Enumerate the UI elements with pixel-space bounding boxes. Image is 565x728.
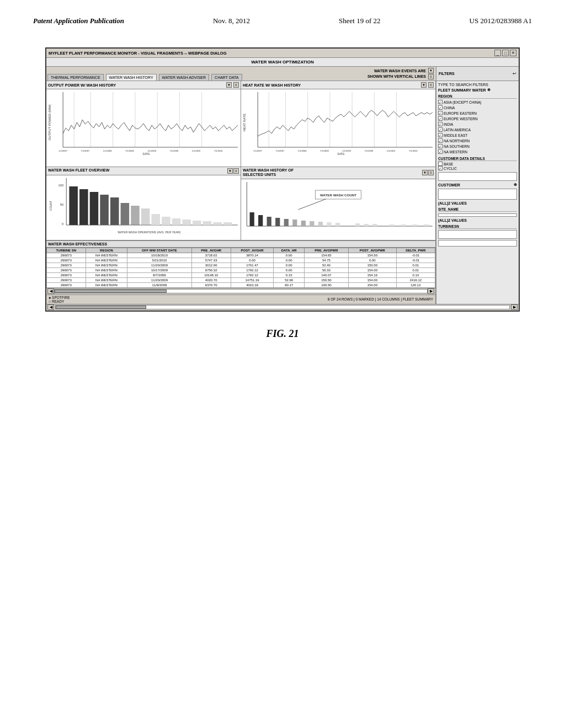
heat-ctrl-down[interactable]: ▼	[421, 82, 427, 88]
bottom-scroll-left[interactable]: ◀	[47, 304, 54, 310]
table-row[interactable]: 296073NA WESTERN10/18/20103718.023870.14…	[47, 253, 435, 258]
col-turbine-sn[interactable]: TURBINE SN	[47, 248, 86, 253]
filter-item-region[interactable]: NA SOUTHERN	[438, 143, 517, 149]
heat-ctrl-menu[interactable]: ≡	[428, 82, 434, 88]
effectiveness-header: WATER WASH EFFECTIVENESS	[46, 241, 435, 248]
region-checkbox[interactable]	[438, 105, 443, 110]
filter-item-region[interactable]: EUROPE WESTERN	[438, 116, 517, 121]
region-checkbox[interactable]	[438, 100, 443, 104]
scroll-thumb[interactable]	[55, 290, 167, 293]
region-label-text: EUROPE EASTERN	[444, 111, 477, 115]
filters-back-arrow[interactable]: ↩	[513, 71, 516, 76]
filter-item-region[interactable]: LATIN AMERICA	[438, 127, 517, 132]
scroll-left-btn[interactable]: ◀	[47, 288, 54, 294]
region-checkbox[interactable]	[438, 111, 443, 115]
region-checkbox[interactable]	[438, 144, 443, 148]
scroll-track[interactable]	[54, 289, 428, 293]
customer-box[interactable]	[438, 189, 517, 200]
table-cell: 4010.19	[231, 282, 274, 287]
col-region[interactable]: REGION	[86, 248, 127, 253]
table-cell: 140.07	[304, 272, 348, 277]
event-ctrl-bottom[interactable]: ≡	[428, 74, 434, 79]
fleet-summary-icon[interactable]: ⊕	[487, 88, 491, 92]
turbine-sn-box[interactable]	[438, 230, 517, 239]
close-button[interactable]: ✕	[510, 50, 516, 56]
fleet-ctrl-down[interactable]: ▼	[227, 168, 233, 174]
col-pre-avghr[interactable]: PRE_AVGHR	[191, 248, 231, 253]
table-cell: 0.00	[274, 263, 305, 267]
base-label: BASE	[444, 162, 453, 166]
filter-input-box[interactable]	[438, 172, 517, 181]
region-label-text: LATIN AMERICA	[444, 128, 471, 132]
region-checkbox[interactable]	[438, 122, 443, 126]
bottom-scroll-thumb[interactable]	[56, 306, 146, 309]
fleet-summary-item[interactable]: FLEET SUMMARY WATER ⊕	[438, 88, 517, 92]
filter-item-region[interactable]: NA NORTHERN	[438, 138, 517, 143]
region-checkbox[interactable]	[438, 116, 443, 121]
turbine-sn-box2[interactable]	[438, 240, 517, 247]
svg-rect-57	[203, 221, 212, 225]
filter-item-region[interactable]: CHINA	[438, 105, 517, 110]
table-row[interactable]: 296073NA WESTERN5/21/20105747.330.000.00…	[47, 258, 435, 263]
tab-chart-data[interactable]: CHART DATA	[211, 74, 242, 81]
base-item[interactable]: BASE	[438, 162, 517, 166]
table-row[interactable]: 296073NA WESTERN11/9/20096370.704010.196…	[47, 282, 435, 287]
region-checkbox[interactable]	[438, 138, 443, 143]
col-post-avgpwr[interactable]: POST_AVGPWR	[348, 248, 396, 253]
table-cell: 154.00	[348, 282, 396, 287]
svg-rect-74	[318, 222, 323, 226]
col-delta-pwr[interactable]: DELTA_PWR	[396, 248, 435, 253]
region-checkbox[interactable]	[438, 149, 443, 154]
svg-line-65	[299, 199, 326, 210]
output-ctrl-menu[interactable]: ≡	[233, 82, 239, 88]
tab-thermal-performance[interactable]: THERMAL PERFORMANCE	[47, 74, 104, 81]
table-cell: 0.01	[396, 263, 435, 267]
table-cell: 3012.00	[191, 263, 231, 267]
base-checkbox[interactable]	[438, 162, 443, 166]
tab-water-wash-adviser[interactable]: WATER WASH ADVISER	[159, 74, 209, 81]
svg-text:7/1/2007: 7/1/2007	[81, 149, 90, 152]
scroll-right-btn[interactable]: ▶	[428, 288, 434, 294]
event-ctrl-top[interactable]: ▼	[428, 68, 434, 73]
bottom-scroll-track[interactable]	[55, 305, 510, 309]
region-checkbox[interactable]	[438, 133, 443, 137]
svg-rect-78	[364, 224, 369, 226]
col-post-avghr[interactable]: POST_AVGHR	[231, 248, 274, 253]
cyclic-checkbox[interactable]	[438, 166, 443, 170]
output-ctrl-down[interactable]: ▼	[226, 82, 232, 88]
table-cell: NA WESTERN	[86, 272, 127, 277]
values-box[interactable]	[438, 213, 517, 217]
region-checkbox[interactable]	[438, 127, 443, 132]
restore-button[interactable]: □	[502, 50, 509, 56]
filter-item-region[interactable]: INDIA	[438, 121, 517, 127]
table-row[interactable]: 296073NA WESTERN11/20/20093012.001701.47…	[47, 263, 435, 267]
table-row[interactable]: 296073NA WESTERN11/20/20094020.7014751.1…	[47, 277, 435, 282]
col-pre-avgpwr[interactable]: PRE_AVGPWR	[304, 248, 348, 253]
table-row[interactable]: 296073NA WESTERN8/7/200910148.101792.120…	[47, 272, 435, 277]
customer-icon[interactable]: ⊕	[514, 183, 517, 187]
bottom-section: WATER WASH FLEET OVERVIEW ▼ ≡	[46, 167, 435, 240]
table-row[interactable]: 296073NA WESTERN10/17/20099750.321792.12…	[47, 267, 435, 272]
effectiveness-table-container[interactable]: TURBINE SN REGION OFF WW START DATE PRE_…	[46, 248, 435, 288]
col-off-ww[interactable]: OFF WW START DATE	[127, 248, 191, 253]
filter-item-region[interactable]: EUROPE EASTERN	[438, 110, 517, 116]
tab-water-wash-history[interactable]: WATER WASH HISTORY	[106, 74, 157, 81]
bottom-scroll-right[interactable]: ▶	[511, 304, 518, 310]
filter-item-region[interactable]: NA WESTERN	[438, 149, 517, 154]
status-bar: ● SPOTFIRE ○ READY 8 OF 24 ROWS | 0 MARK…	[46, 295, 435, 304]
bottom-scrollbar[interactable]: ◀ ▶	[46, 304, 519, 311]
scrollbar-horizontal[interactable]: ◀ ▶	[46, 288, 435, 295]
cyclic-item[interactable]: CYCLIC	[438, 166, 517, 170]
minimize-button[interactable]: _	[494, 50, 501, 56]
table-cell: NA WESTERN	[86, 277, 127, 282]
filter-item-region[interactable]: MIDDLE EAST	[438, 132, 517, 138]
wash-ctrl-down[interactable]: ▼	[422, 170, 428, 175]
filter-item-region[interactable]: ASIA (EXCEPT CHINA)	[438, 99, 517, 105]
wash-ctrl-menu[interactable]: ≡	[428, 170, 434, 175]
table-cell: -0.01	[396, 258, 435, 263]
window-controls: _ □ ✕	[494, 50, 516, 56]
heat-rate-chart: HEAT RATE 1/1/2007 7/1/2007 1/1/2008 7/1…	[241, 89, 435, 167]
heat-rate-chart-body: HEAT RATE 1/1/2007 7/1/2007 1/1/2008 7/1…	[241, 89, 435, 156]
fleet-ctrl-menu[interactable]: ≡	[233, 168, 239, 174]
col-data-hr[interactable]: DATA_HR	[274, 248, 305, 253]
